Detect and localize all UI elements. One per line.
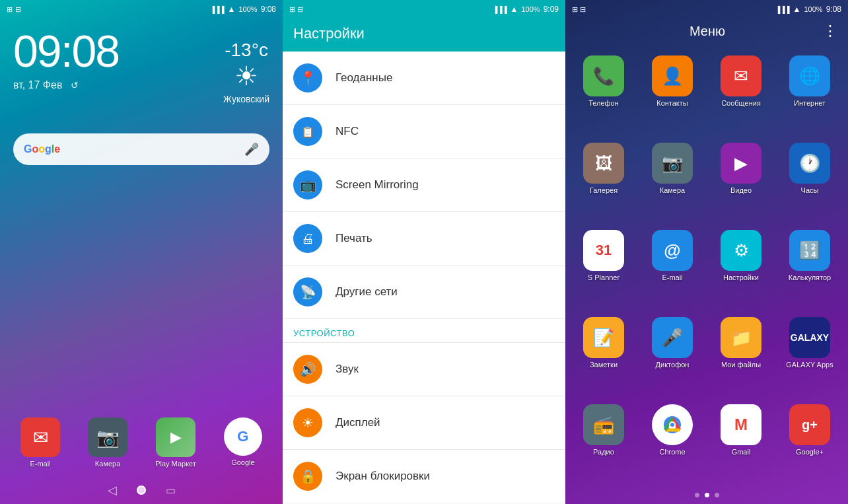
settings-item-display[interactable]: ☀ Дисплей [283,396,565,450]
contacts-icon: 👤 [662,66,683,87]
internet-icon: 🌐 [799,66,820,87]
geodata-icon: 📍 [300,70,316,86]
clock-icon-bg: 🕐 [789,143,830,184]
recorder-label: Диктофон [656,361,689,369]
google-icon: G [237,428,248,445]
app-messages[interactable]: ✉ Сообщения [708,50,774,135]
settings-item-lock-screen[interactable]: 🔒 Экран блокировки [283,450,565,503]
app-settings[interactable]: ⚙ Настройки [708,225,774,309]
app-gmail[interactable]: M Gmail [708,399,774,484]
right-title: Меню [689,24,725,39]
lock-screen-label: Экран блокировки [336,470,430,483]
home-button[interactable] [137,486,146,495]
search-input[interactable] [65,143,239,155]
radio-label: Радио [593,448,614,456]
app-email[interactable]: @ E-mail [639,225,705,309]
messages-icon-bg: ✉ [721,55,761,96]
calculator-icon: 🔢 [799,240,820,261]
googleplus-icon-bg: g+ [789,404,830,445]
video-label: Видео [730,186,752,195]
email-label: E-mail [662,273,682,282]
app-calculator[interactable]: 🔢 Калькулятор [777,225,843,309]
left-status-icons-right: ▐▐▐ ▲ 100% 9:08 [210,5,276,14]
screen-mirroring-icon-circle: 📺 [293,170,322,199]
app-radio[interactable]: 📻 Радио [571,399,637,484]
dock-app-play[interactable]: ▶ Play Маркет [155,417,196,468]
app-splanner[interactable]: 31 S Planner [571,225,637,309]
settings-item-sound[interactable]: 🔊 Звук [283,343,565,396]
camera-icon-bg: 📷 [652,143,693,184]
time-label-right: 9:08 [826,5,841,14]
more-options-button[interactable]: ⋮ [823,22,837,40]
section-header-device: УСТРОЙСТВО [283,319,565,343]
nav-dot-3[interactable] [715,493,719,497]
search-bar[interactable]: Google 🎤 [13,133,269,165]
screen-mirroring-icon: 📺 [300,177,316,193]
app-myfiles[interactable]: 📁 Мои файлы [708,312,774,396]
notes-icon-bg: 📝 [583,317,624,358]
notes-icon: 📝 [593,328,614,348]
settings-icon: ⚙ [734,240,749,261]
nav-dot-2[interactable] [705,493,709,497]
app-phone[interactable]: 📞 Телефон [571,50,637,135]
splanner-icon: 31 [596,242,612,259]
battery-label-mid: 100% [522,5,540,13]
contacts-icon-bg: 👤 [652,55,693,96]
print-icon: 🖨 [301,231,314,246]
refresh-icon[interactable]: ↺ [71,80,79,90]
recents-button[interactable]: ▭ [166,484,176,497]
video-icon-bg: ▶ [721,143,761,184]
gmail-icon: M [734,415,748,434]
app-clock[interactable]: 🕐 Часы [777,137,843,222]
gmail-icon-bg: M [721,404,761,445]
right-status-right: ▐▐▐ ▲ 100% 9:08 [775,5,841,14]
email2-icon: @ [664,240,680,261]
settings-item-geodata[interactable]: 📍 Геоданные [283,52,565,105]
app-internet[interactable]: 🌐 Интернет [777,50,843,135]
settings-item-print[interactable]: 🖨 Печать [283,212,565,266]
sound-icon: 🔊 [300,361,316,377]
settings-item-other-networks[interactable]: 📡 Другие сети [283,266,565,319]
app-contacts[interactable]: 👤 Контакты [639,50,705,135]
nav-dot-1[interactable] [695,493,699,497]
dock-app-email[interactable]: ✉ E-mail [20,417,60,468]
left-status-bar: ⊞ ⊟ ▐▐▐ ▲ 100% 9:08 [0,0,283,18]
app-notes[interactable]: 📝 Заметки [571,312,637,396]
app-camera[interactable]: 📷 Камера [639,137,705,222]
internet-label: Интернет [794,99,826,108]
geodata-label: Геоданные [336,71,392,85]
app-recorder[interactable]: 🎤 Диктофон [639,312,705,396]
gallery-icon-bg: 🖼 [583,143,624,184]
time-label: 9:08 [261,5,276,14]
left-status-icons-left: ⊞ ⊟ [7,5,21,14]
app-video[interactable]: ▶ Видео [708,137,774,222]
wifi-icon-mid: ▲ [511,5,518,14]
settings-item-nfc[interactable]: 📋 NFC [283,105,565,159]
app-gallery[interactable]: 🖼 Галерея [571,137,637,222]
phone-label: Телефон [588,99,619,108]
app-googleplus[interactable]: g+ Google+ [777,399,843,484]
email-icon-bg: @ [652,230,693,271]
notes-label: Заметки [590,361,618,369]
other-networks-label: Другие сети [336,285,398,299]
back-button[interactable]: ◁ [108,483,117,497]
geodata-icon-circle: 📍 [293,63,322,92]
galaxyapps-icon-bg: GALAXY [789,317,830,358]
chrome-label: Chrome [659,448,685,456]
clock-label: Часы [801,186,819,195]
calculator-icon-bg: 🔢 [789,230,830,271]
right-header: Меню ⋮ [565,18,848,48]
myfiles-label: Мои файлы [721,361,761,369]
messages-icon: ✉ [734,66,748,87]
nfc-label: NFC [336,125,359,138]
weather-temp: -13°c [223,40,269,61]
microphone-icon[interactable]: 🎤 [244,142,259,157]
dock-app-google[interactable]: G Google [224,417,262,468]
settings-item-screen-mirroring[interactable]: 📺 Screen Mirroring [283,159,565,212]
app-galaxyapps[interactable]: GALAXY GALAXY Apps [777,312,843,396]
middle-status-right: ▐▐▐ ▲ 100% 9:09 [493,5,559,14]
google-logo: Google [24,143,60,155]
app-chrome[interactable]: Chrome [639,399,705,484]
left-weather: -13°c ☀ Жуковский [223,40,269,104]
dock-app-camera[interactable]: 📷 Камера [88,417,127,468]
